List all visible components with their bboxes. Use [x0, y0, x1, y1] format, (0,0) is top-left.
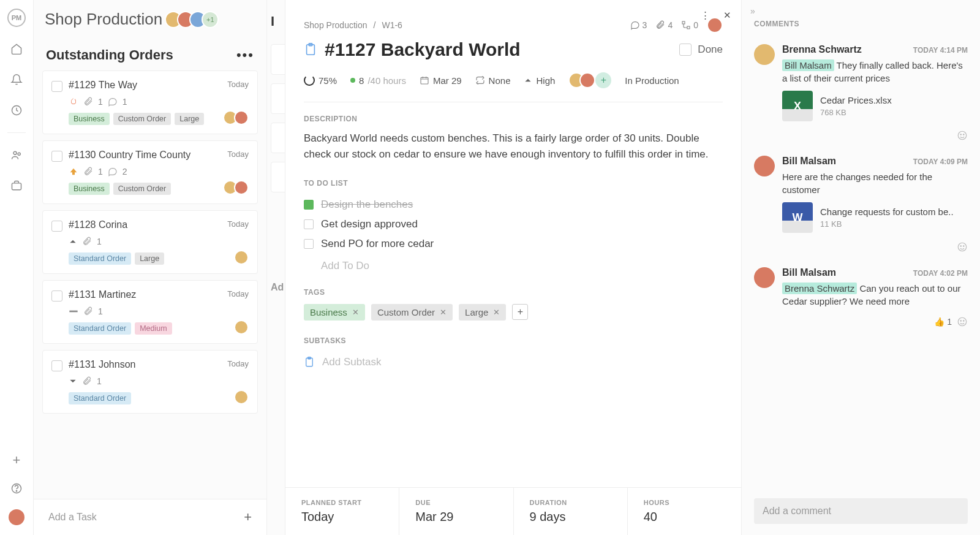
due-date[interactable]: Mar 29 [420, 75, 462, 86]
priority-indicator[interactable]: High [524, 75, 555, 86]
add-tag-button[interactable]: + [512, 304, 528, 320]
comment-author[interactable]: Brenna Schwartz [782, 44, 862, 55]
card-assignees[interactable] [227, 180, 249, 195]
card-checkbox[interactable] [51, 360, 62, 371]
card-assignees[interactable] [238, 390, 249, 404]
mention[interactable]: Brenna Schwartz [782, 283, 857, 294]
breadcrumb-id[interactable]: W1-6 [382, 20, 402, 30]
card-tag: Large [135, 252, 164, 265]
file-type-icon: X [782, 91, 813, 121]
planned-cell[interactable]: DURATION 9 days [514, 488, 628, 535]
comment-time: TODAY 4:09 PM [913, 157, 968, 166]
card-tag: Standard Order [69, 252, 131, 265]
todo-text: Design the benches [321, 199, 413, 211]
detail-tag[interactable]: Business✕ [304, 304, 365, 321]
app-logo[interactable]: PM [7, 9, 26, 27]
column-menu-icon[interactable]: ••• [236, 47, 254, 63]
home-icon[interactable] [8, 40, 25, 58]
card-checkbox[interactable] [51, 221, 62, 232]
task-card[interactable]: #1131 Martinez 1 Standard OrderMedium To… [42, 280, 258, 344]
todo-checkbox[interactable] [304, 200, 314, 210]
planned-cell[interactable]: DUE Mar 29 [399, 488, 513, 535]
subtask-count[interactable]: 0 [681, 20, 698, 30]
bell-icon[interactable] [8, 71, 25, 88]
add-todo-input[interactable]: Add To Do [304, 254, 723, 272]
card-tag: Business [69, 113, 110, 125]
column-title: Outstanding Orders [46, 47, 173, 63]
card-checkbox[interactable] [51, 151, 62, 162]
reaction-thumbs[interactable]: 👍 1 [934, 317, 952, 327]
expand-comments-icon[interactable]: » [742, 0, 980, 16]
done-toggle[interactable]: Done [679, 44, 723, 56]
team-icon[interactable] [8, 146, 25, 164]
svg-point-1 [13, 151, 17, 154]
card-tag: Custom Order [113, 183, 172, 195]
card-assignees[interactable] [238, 250, 249, 265]
card-assignees[interactable] [227, 110, 249, 125]
add-reaction-icon[interactable] [957, 316, 968, 327]
todo-checkbox[interactable] [304, 219, 314, 229]
card-assignees[interactable] [238, 320, 249, 335]
todo-text: Send PO for more cedar [321, 238, 434, 250]
todo-label: TO DO LIST [304, 179, 723, 188]
svg-point-18 [960, 246, 962, 247]
mention[interactable]: Bill Malsam [782, 59, 834, 71]
todo-item[interactable]: Get design approved [304, 214, 723, 234]
add-subtask-input[interactable]: Add Subtask [304, 352, 723, 372]
comment-author[interactable]: Bill Malsam [782, 267, 836, 278]
task-card[interactable]: #1131 Johnson 1 Standard Order Today [42, 350, 258, 414]
subtask-icon [304, 357, 315, 368]
comment-input[interactable]: Add a comment [754, 498, 968, 524]
comment-attachment[interactable]: W Change requests for custom be..11 KB [782, 202, 968, 233]
task-card[interactable]: #1128 Corina 1 Standard OrderLarge Today [42, 210, 258, 274]
planned-cell[interactable]: PLANNED START Today [285, 488, 399, 535]
current-user-avatar[interactable] [7, 508, 26, 526]
task-card[interactable]: #1130 Country Time County 1 2 BusinessCu… [42, 140, 258, 204]
task-icon [304, 43, 317, 56]
remove-tag-icon[interactable]: ✕ [440, 308, 447, 317]
comment-text: Brenna Schwartz Can you reach out to our… [782, 282, 968, 308]
comment-avatar[interactable] [754, 156, 775, 176]
comment-time: TODAY 4:14 PM [913, 46, 968, 55]
description-text[interactable]: Backyard World needs custom benches. Thi… [304, 131, 723, 163]
priority-icon [69, 97, 78, 107]
clock-icon[interactable] [8, 102, 25, 119]
add-reaction-icon[interactable] [957, 130, 968, 141]
attachment-count[interactable]: 4 [655, 20, 673, 30]
hours-indicator[interactable]: 8/40 hours [350, 75, 406, 86]
card-checkbox[interactable] [51, 290, 62, 302]
todo-item[interactable]: Send PO for more cedar [304, 234, 723, 254]
detail-tag[interactable]: Large✕ [459, 304, 506, 321]
comment-author[interactable]: Bill Malsam [782, 156, 836, 167]
progress-indicator[interactable]: 75% [304, 75, 337, 86]
status-label[interactable]: In Production [625, 75, 679, 86]
board-members[interactable]: +1 [170, 11, 219, 28]
comment-count[interactable]: 3 [630, 20, 647, 30]
add-icon[interactable]: + [8, 452, 25, 469]
repeat-setting[interactable]: None [475, 75, 511, 86]
add-task-icon[interactable]: + [244, 509, 252, 525]
todo-checkbox[interactable] [304, 239, 314, 249]
help-icon[interactable] [8, 480, 25, 497]
comment-attachment[interactable]: X Cedar Prices.xlsx768 KB [782, 91, 968, 121]
briefcase-icon[interactable] [8, 177, 25, 194]
assignees[interactable]: + [568, 72, 611, 88]
card-checkbox[interactable] [51, 81, 62, 92]
add-reaction-icon[interactable] [957, 241, 968, 252]
close-icon[interactable]: ✕ [723, 10, 731, 21]
task-title[interactable]: #1127 Backyard World [325, 39, 672, 60]
detail-tag[interactable]: Custom Order✕ [371, 304, 453, 321]
remove-tag-icon[interactable]: ✕ [493, 308, 500, 317]
more-icon[interactable]: ⋮ [701, 10, 710, 21]
task-card[interactable]: #1129 The Way 1 1 BusinessCustom OrderLa… [42, 70, 258, 134]
planned-cell[interactable]: HOURS 40 [628, 488, 741, 535]
breadcrumb-project[interactable]: Shop Production [304, 20, 368, 30]
remove-tag-icon[interactable]: ✕ [352, 308, 359, 317]
todo-item[interactable]: Design the benches [304, 195, 723, 214]
add-assignee-button[interactable]: + [595, 72, 611, 88]
svg-point-5 [16, 491, 17, 491]
add-task-row[interactable]: Add a Task + [34, 499, 266, 535]
comment-avatar[interactable] [754, 267, 775, 288]
card-title: #1129 The Way [69, 80, 221, 91]
comment-avatar[interactable] [754, 44, 775, 65]
